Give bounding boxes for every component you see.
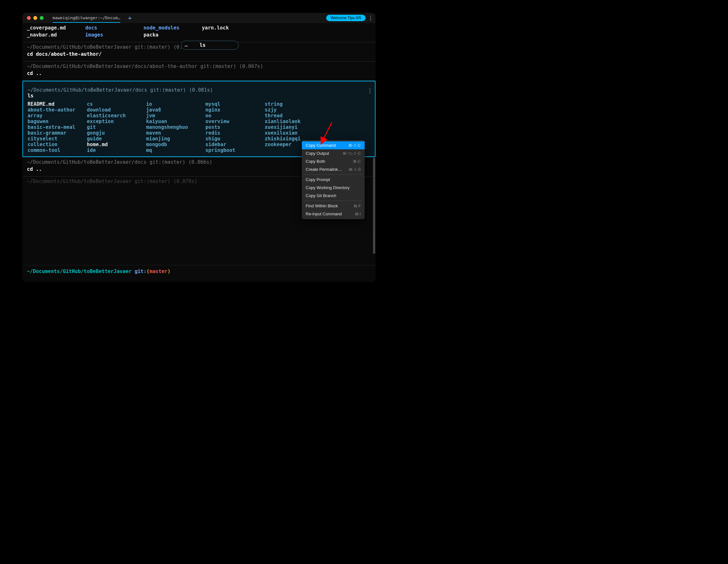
ls-item: node_modules bbox=[144, 24, 202, 31]
ls-item: string bbox=[265, 101, 306, 107]
ls-item: overview bbox=[205, 119, 265, 124]
ls-row: basic-grammar gongju maven redis xuexilu… bbox=[28, 130, 370, 136]
ls-item: xianliaolaok bbox=[265, 119, 306, 124]
menu-item-label: Create Permalink… bbox=[306, 167, 342, 172]
prompt-git-label: git: bbox=[132, 269, 147, 274]
ls-item: mq bbox=[146, 147, 205, 153]
menu-item-copy-command[interactable]: Copy Command⌘-⇧-C bbox=[302, 141, 365, 149]
ls-item: yarn.lock bbox=[202, 24, 260, 31]
zoom-window-button[interactable] bbox=[40, 16, 44, 20]
ls-row: baguwen exception kaiyuan overview xianl… bbox=[28, 119, 370, 124]
prompt-line: ~/Documents/GitHub/toBeBetterJavaer/docs… bbox=[28, 87, 370, 93]
ls-item: _navbar.md bbox=[27, 31, 85, 38]
ls-item: nginx bbox=[205, 107, 265, 113]
ls-item: common-tool bbox=[28, 147, 87, 153]
menu-separator bbox=[304, 201, 362, 201]
chevron-up-icon: ︽ bbox=[185, 44, 188, 47]
menu-item-copy-output[interactable]: Copy Output⌘-⌥-⇧-C bbox=[302, 149, 365, 157]
ls-row: array elasticsearch jvm oo thread bbox=[28, 113, 370, 119]
new-tab-button[interactable]: + bbox=[128, 14, 132, 22]
ls-item: zookeeper bbox=[265, 142, 306, 147]
ls-item: sidebar bbox=[205, 142, 265, 147]
ls-item: array bbox=[28, 113, 87, 119]
ls-item: mongodb bbox=[146, 142, 205, 147]
menu-item-label: Find Within Block bbox=[306, 203, 338, 208]
menu-item-label: Copy Prompt bbox=[306, 177, 330, 182]
ls-item: home.md bbox=[87, 142, 146, 147]
menu-item-label: Copy Output bbox=[306, 151, 329, 156]
ls-row: about-the-author download java8 nginx sz… bbox=[28, 107, 370, 113]
menu-item-create-permalink[interactable]: Create Permalink…⌘-⇧-S bbox=[302, 165, 365, 173]
ls-item: oo bbox=[205, 113, 265, 119]
ls-item: git bbox=[87, 124, 146, 130]
ls-item: _coverpage.md bbox=[27, 24, 85, 31]
ls-item: gongju bbox=[87, 130, 146, 136]
menu-item-label: Copy Both bbox=[306, 159, 325, 164]
terminal-window: maweiqing@itwanger:~/Docum… + Welcome Ti… bbox=[22, 13, 376, 282]
ls-item: szjy bbox=[265, 107, 306, 113]
close-window-button[interactable] bbox=[27, 16, 31, 20]
ls-row: README.md cs io mysql string bbox=[28, 101, 370, 107]
menu-item-label: Copy Command bbox=[306, 143, 336, 148]
ls-item: cs bbox=[87, 101, 146, 107]
ls-item: posts bbox=[205, 124, 265, 130]
menu-item-copy-both[interactable]: Copy Both⌘-C bbox=[302, 157, 365, 165]
menu-item-re-input-command[interactable]: Re-input Command⌘-I bbox=[302, 210, 365, 218]
ls-item: io bbox=[146, 101, 205, 107]
ls-item: images bbox=[85, 31, 144, 38]
command-line: cd docs/about-the-author/ bbox=[27, 51, 371, 58]
ls-item: xuexijianyi bbox=[265, 124, 306, 130]
prompt-path: ~/Documents/GitHub/toBeBetterJavaer bbox=[27, 269, 132, 274]
traffic-lights bbox=[27, 16, 44, 20]
active-tab[interactable]: maweiqing@itwanger:~/Docum… bbox=[53, 13, 120, 23]
ls-item: README.md bbox=[28, 101, 87, 107]
prompt-line: ~/Documents/GitHub/toBeBetterJavaer/docs… bbox=[27, 63, 371, 70]
ls-item: basic-grammar bbox=[28, 130, 87, 136]
ls-item: docs bbox=[85, 24, 144, 31]
menu-item-copy-git-branch[interactable]: Copy Git Branch bbox=[302, 192, 365, 200]
titlebar: maweiqing@itwanger:~/Docum… + Welcome Ti… bbox=[22, 13, 376, 23]
command-line: ls bbox=[28, 93, 370, 99]
block-context-menu: Copy Command⌘-⇧-CCopy Output⌘-⌥-⇧-CCopy … bbox=[302, 140, 365, 219]
ls-item: guide bbox=[87, 136, 146, 142]
menu-item-shortcut: ⌘-F bbox=[353, 204, 361, 208]
ls-item: kaiyuan bbox=[146, 119, 205, 124]
ls-item: exception bbox=[87, 119, 146, 124]
prompt-paren: ( bbox=[146, 269, 149, 274]
ls-item bbox=[265, 147, 306, 153]
menu-separator bbox=[304, 174, 362, 175]
ls-item: springboot bbox=[205, 147, 265, 153]
ls-item: zhishixingqi bbox=[265, 136, 306, 142]
ls-item: about-the-author bbox=[28, 107, 87, 113]
minimize-window-button[interactable] bbox=[33, 16, 37, 20]
menu-item-find-within-block[interactable]: Find Within Block⌘-F bbox=[302, 202, 365, 210]
ls-item: download bbox=[87, 107, 146, 113]
prompt-paren: ) bbox=[168, 269, 170, 274]
ls-item: cityselect bbox=[28, 136, 87, 142]
ls-item: manongshenghuo bbox=[146, 124, 205, 130]
menu-item-label: Re-input Command bbox=[306, 211, 342, 216]
scrollbar[interactable] bbox=[373, 158, 375, 254]
ls-item: thread bbox=[265, 113, 306, 119]
ls-item: collection bbox=[28, 142, 87, 147]
block-top-ls: _coverpage.md docs node_modules yarn.loc… bbox=[22, 23, 376, 42]
menu-item-copy-working-directory[interactable]: Copy Working Directory bbox=[302, 184, 365, 192]
command-block[interactable]: ~/Documents/GitHub/toBeBetterJavaer/docs… bbox=[22, 62, 376, 80]
command-input-area[interactable]: ~/Documents/GitHub/toBeBetterJavaer git:… bbox=[22, 265, 376, 282]
ls-row: basic-extra-meal git manongshenghuo post… bbox=[28, 124, 370, 130]
ls-item: jvm bbox=[146, 113, 205, 119]
menu-item-copy-prompt[interactable]: Copy Prompt bbox=[302, 176, 365, 184]
command-history-pill[interactable]: ︽ ls bbox=[181, 41, 239, 50]
welcome-tips-pill[interactable]: Welcome Tips 0/5 bbox=[326, 15, 366, 21]
ls-item: maven bbox=[146, 130, 205, 136]
menu-item-label: Copy Git Branch bbox=[306, 193, 336, 198]
ls-item: ide bbox=[87, 147, 146, 153]
menu-item-label: Copy Working Directory bbox=[306, 185, 350, 190]
more-vertical-icon bbox=[369, 88, 370, 93]
menu-item-shortcut: ⌘-⌥-⇧-C bbox=[343, 151, 361, 156]
ls-item: redis bbox=[205, 130, 265, 136]
ls-item: elasticsearch bbox=[87, 113, 146, 119]
ls-item: shigu bbox=[205, 136, 265, 142]
block-overflow-menu[interactable] bbox=[369, 88, 370, 93]
titlebar-overflow-menu[interactable] bbox=[370, 16, 371, 21]
